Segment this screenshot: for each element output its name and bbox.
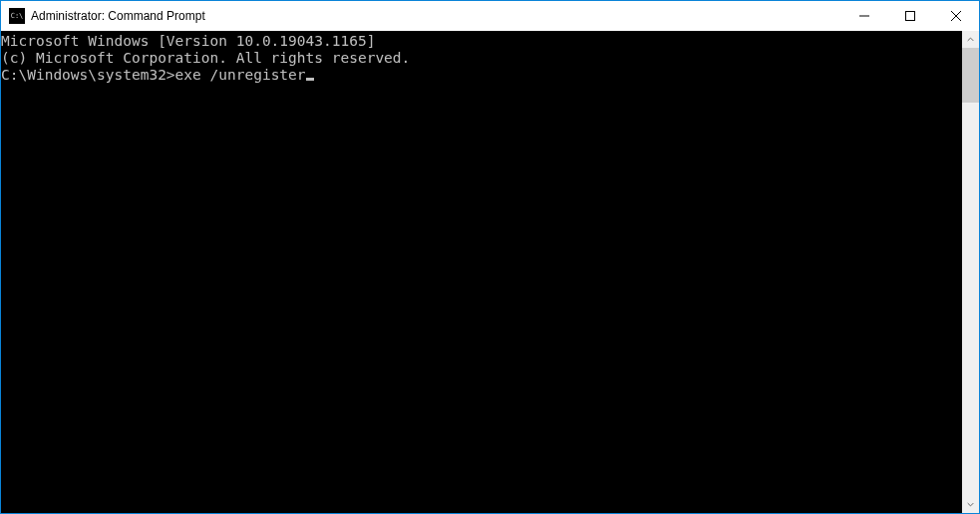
console-body: Microsoft Windows [Version 10.0.19043.11… bbox=[1, 31, 979, 513]
minimize-button[interactable] bbox=[841, 1, 887, 31]
chevron-up-icon bbox=[967, 36, 974, 43]
copyright-line: (c) Microsoft Corporation. All rights re… bbox=[1, 50, 962, 67]
window-controls bbox=[841, 1, 979, 31]
prompt-path: C:\Windows\system32> bbox=[1, 67, 175, 83]
cmd-icon bbox=[9, 8, 25, 24]
chevron-down-icon bbox=[967, 501, 974, 508]
command-prompt-window: Administrator: Command Prompt Microsoft … bbox=[0, 0, 980, 514]
version-line: Microsoft Windows [Version 10.0.19043.11… bbox=[1, 33, 962, 50]
scrollbar-thumb[interactable] bbox=[962, 48, 979, 103]
maximize-button[interactable] bbox=[887, 1, 933, 31]
prompt-line: C:\Windows\system32>exe /unregister bbox=[1, 67, 962, 84]
vertical-scrollbar[interactable] bbox=[962, 31, 979, 513]
console-output[interactable]: Microsoft Windows [Version 10.0.19043.11… bbox=[1, 31, 962, 513]
scroll-down-button[interactable] bbox=[962, 496, 979, 513]
cursor-icon bbox=[306, 78, 314, 81]
close-button[interactable] bbox=[933, 1, 979, 31]
scrollbar-track[interactable] bbox=[962, 48, 979, 496]
scroll-up-button[interactable] bbox=[962, 31, 979, 48]
svg-rect-1 bbox=[906, 12, 915, 21]
typed-command: exe /unregister bbox=[175, 67, 306, 83]
titlebar[interactable]: Administrator: Command Prompt bbox=[1, 1, 979, 31]
minimize-icon bbox=[859, 11, 869, 21]
close-icon bbox=[951, 11, 961, 21]
maximize-icon bbox=[905, 11, 915, 21]
window-title: Administrator: Command Prompt bbox=[31, 9, 841, 23]
